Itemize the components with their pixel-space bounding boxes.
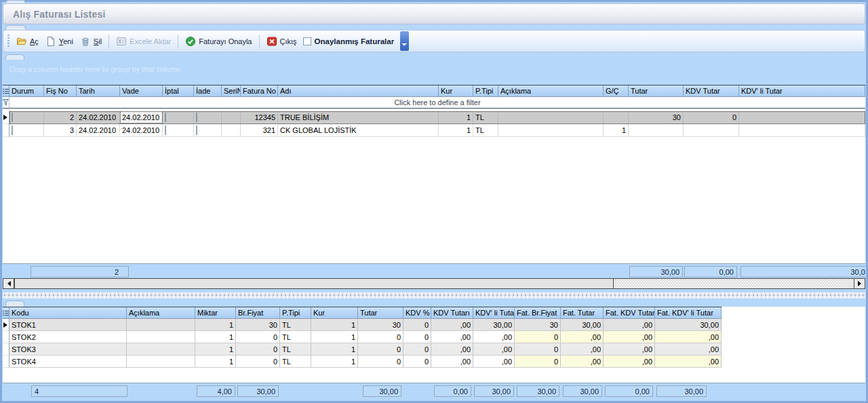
- cell[interactable]: ,00: [604, 356, 655, 367]
- checkbox-icon[interactable]: [303, 37, 311, 45]
- column-header[interactable]: KDV Tutar: [684, 85, 739, 96]
- cell[interactable]: 0: [515, 343, 561, 355]
- cell[interactable]: ,00: [655, 331, 722, 343]
- cell[interactable]: TL: [473, 124, 498, 136]
- cell[interactable]: 30: [236, 319, 280, 330]
- column-header[interactable]: Fiş No: [44, 85, 77, 96]
- cell[interactable]: [684, 124, 739, 136]
- column-header[interactable]: KDV %: [403, 307, 431, 318]
- cell[interactable]: 1: [311, 356, 358, 367]
- cell[interactable]: 1: [195, 356, 236, 367]
- approved-invoices-checkbox[interactable]: Onaylanmış Faturalar: [300, 37, 397, 45]
- filter-row[interactable]: Click here to define a filter: [3, 97, 865, 109]
- cell[interactable]: ,00: [473, 331, 515, 343]
- cell[interactable]: 0: [358, 331, 403, 343]
- scroll-left-button[interactable]: [3, 279, 14, 288]
- exit-button[interactable]: Çıkış: [263, 34, 300, 49]
- cell[interactable]: 0: [236, 331, 280, 343]
- table-row[interactable]: STOK310TL100,00,000,00,00,00: [3, 343, 722, 356]
- toolbar-overflow-button[interactable]: [400, 31, 409, 51]
- column-header[interactable]: Kodu: [9, 307, 127, 318]
- column-header[interactable]: Tutar: [358, 307, 403, 318]
- column-header[interactable]: İptal: [163, 85, 194, 96]
- column-header[interactable]: Fatura No: [241, 85, 278, 96]
- table-row[interactable]: STOK1130TL1300,0030,003030,00,0030,00: [3, 319, 722, 331]
- cell[interactable]: [127, 343, 195, 355]
- column-header[interactable]: Açıklama: [498, 85, 604, 96]
- cell[interactable]: [498, 111, 604, 123]
- cell[interactable]: 1: [195, 319, 236, 330]
- column-header[interactable]: İade: [194, 85, 222, 96]
- cell[interactable]: 24.02.2010: [77, 124, 120, 136]
- cell[interactable]: [604, 111, 629, 123]
- cell[interactable]: 30,00: [473, 319, 515, 330]
- cell[interactable]: [9, 111, 44, 123]
- cell[interactable]: [127, 331, 195, 343]
- toolbar-grip[interactable]: [7, 35, 9, 48]
- cell[interactable]: TL: [280, 343, 311, 355]
- cell[interactable]: TL: [280, 319, 311, 330]
- table-row[interactable]: STOK210TL100,00,000,00,00,00: [3, 331, 722, 343]
- group-by-panel[interactable]: Drag a column header here to group by th…: [9, 65, 180, 73]
- cell[interactable]: 0: [403, 331, 431, 343]
- cell[interactable]: [163, 111, 194, 123]
- cell[interactable]: 0: [403, 319, 431, 330]
- cell[interactable]: 1: [604, 124, 629, 136]
- cell[interactable]: 24.02.2010: [120, 111, 163, 123]
- cell[interactable]: 24.02.2010: [77, 111, 120, 123]
- cell-checkbox[interactable]: [12, 113, 13, 122]
- cell[interactable]: 0: [236, 343, 280, 355]
- cell[interactable]: [222, 124, 241, 136]
- column-header[interactable]: Adı: [278, 85, 439, 96]
- cell[interactable]: ,00: [604, 343, 655, 355]
- cell[interactable]: [9, 124, 44, 136]
- column-header[interactable]: Durum: [9, 85, 44, 96]
- scroll-right-button[interactable]: [854, 279, 865, 288]
- table-row[interactable]: 324.02.201024.02.2010321CK GLOBAL LOJİST…: [3, 124, 865, 137]
- cell[interactable]: [222, 111, 241, 123]
- table-row[interactable]: 224.02.201024.02.201012345TRUE BİLİŞİM1T…: [3, 111, 865, 124]
- column-header[interactable]: Fat. KDV' li Tutar: [655, 307, 722, 318]
- cell[interactable]: 0: [515, 356, 561, 367]
- cell[interactable]: 1: [311, 331, 358, 343]
- cell[interactable]: [739, 111, 865, 123]
- cell[interactable]: ,00: [561, 356, 604, 367]
- cell[interactable]: 0: [358, 356, 403, 367]
- cell[interactable]: [739, 124, 865, 136]
- column-header[interactable]: P.Tipi: [280, 307, 311, 318]
- cell[interactable]: ,00: [431, 343, 473, 355]
- column-header[interactable]: Tutar: [629, 85, 684, 96]
- open-button[interactable]: Aç: [13, 34, 42, 49]
- cell[interactable]: 30,00: [561, 319, 604, 330]
- column-header[interactable]: Kur: [311, 307, 358, 318]
- cell[interactable]: 321: [241, 124, 278, 136]
- new-button[interactable]: Yeni: [42, 34, 77, 49]
- cell[interactable]: [629, 124, 684, 136]
- cell[interactable]: [163, 124, 194, 136]
- cell-checkbox[interactable]: [165, 113, 166, 122]
- column-header[interactable]: Vade: [120, 85, 163, 96]
- column-header[interactable]: Fat. Tutar: [561, 307, 604, 318]
- column-header[interactable]: Tarih: [77, 85, 120, 96]
- delete-button[interactable]: Sil: [77, 34, 105, 49]
- cell[interactable]: [194, 111, 222, 123]
- cell[interactable]: [194, 124, 222, 136]
- cell[interactable]: 0: [684, 111, 739, 123]
- cell[interactable]: ,00: [561, 331, 604, 343]
- excel-export-button[interactable]: Excele Aktar: [113, 34, 174, 49]
- column-header[interactable]: P.Tipi: [473, 85, 498, 96]
- cell[interactable]: TRUE BİLİŞİM: [278, 111, 439, 123]
- cell[interactable]: ,00: [604, 319, 655, 330]
- cell[interactable]: ,00: [431, 331, 473, 343]
- horizontal-scrollbar[interactable]: [3, 278, 865, 289]
- panel-splitter[interactable]: [3, 292, 865, 299]
- cell[interactable]: [127, 319, 195, 330]
- column-header[interactable]: Miktar: [195, 307, 236, 318]
- cell[interactable]: 12345: [241, 111, 278, 123]
- cell[interactable]: CK GLOBAL LOJİSTİK: [278, 124, 439, 136]
- cell[interactable]: STOK3: [9, 343, 127, 355]
- cell[interactable]: 1: [439, 124, 473, 136]
- column-header[interactable]: KDV Tutarı: [431, 307, 473, 318]
- column-header[interactable]: KDV' li Tutar: [473, 307, 515, 318]
- cell[interactable]: 0: [515, 331, 561, 343]
